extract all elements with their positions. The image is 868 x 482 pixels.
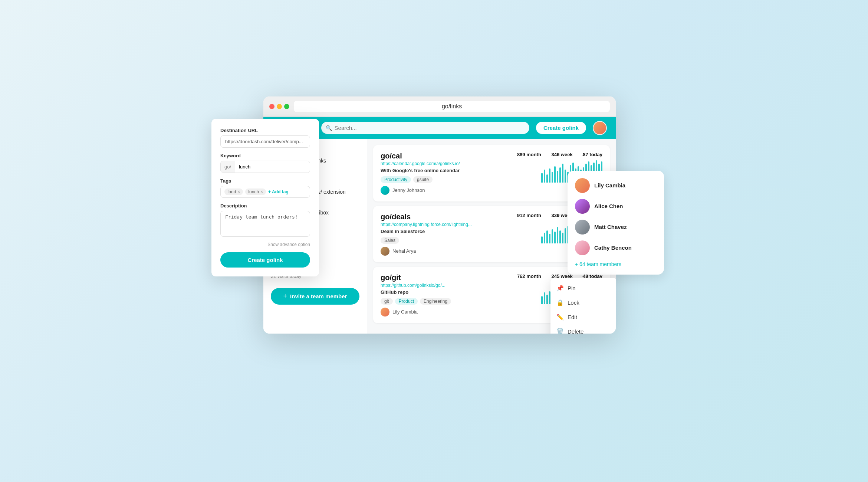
create-golink-panel: Destination URL Keyword go/ Tags food × … [211, 119, 319, 276]
tag-git[interactable]: git [381, 298, 393, 305]
menu-item-pin[interactable]: 📌 Pin [550, 281, 616, 295]
golink-url-cal: https://calendar.google.com/a/golinks.io… [381, 161, 460, 166]
golink-desc-deals: Deals in Salesforce [381, 229, 472, 234]
team-member-cathy: Cathy Bencon [575, 240, 657, 255]
golink-url-git: https://github.com/golinksio/go/... [381, 283, 451, 288]
team-member-alice: Alice Chen [575, 199, 657, 214]
menu-item-delete[interactable]: 🗑️ Delete [550, 324, 616, 334]
tag-sales[interactable]: Sales [381, 237, 399, 244]
user-avatar[interactable] [593, 121, 607, 135]
close-window-button[interactable] [269, 104, 274, 109]
tags-input-area: food × lunch × + Add tag [220, 186, 310, 198]
golink-name-git[interactable]: go/git [381, 273, 451, 282]
edit-icon: ✏️ [556, 314, 564, 321]
member-name-cathy: Cathy Bencon [594, 245, 632, 251]
avatar-nehal [381, 247, 389, 256]
lock-icon: 🔒 [556, 299, 564, 306]
tag-productivity[interactable]: Productivity [381, 176, 411, 183]
team-member-lily: Lily Cambia [575, 178, 657, 193]
golink-desc-git: GitHub repo [381, 289, 451, 295]
menu-label-edit: Edit [568, 314, 577, 320]
create-golink-button[interactable]: Create golink [535, 121, 587, 135]
tags-row-cal: Productivity gsuite [381, 176, 460, 183]
maximize-window-button[interactable] [284, 104, 289, 109]
window-controls [269, 104, 289, 109]
delete-icon: 🗑️ [556, 328, 564, 334]
golink-url-deals: https://company.lightning.force.com/ligh… [381, 222, 472, 227]
tag-chip-lunch: lunch × [245, 188, 266, 195]
desc-label: Description [220, 203, 310, 209]
team-members-panel: Lily Cambia Alice Chen Matt Chavez Cathy… [568, 171, 664, 275]
search-input[interactable] [321, 122, 529, 134]
team-member-matt: Matt Chavez [575, 220, 657, 235]
golink-name-deals[interactable]: go/deals [381, 213, 472, 221]
address-bar[interactable]: go/links [294, 101, 610, 112]
more-options-cal[interactable]: ··· [579, 150, 589, 160]
card-footer-git: Lily Cambia [381, 308, 451, 317]
menu-item-lock[interactable]: 🔒 Lock [550, 295, 616, 310]
golink-name-cal[interactable]: go/cal [381, 152, 460, 160]
menu-label-pin: Pin [568, 285, 576, 291]
keyword-prefix: go/ [221, 161, 235, 173]
remove-tag-food[interactable]: × [237, 189, 240, 194]
author-lily-git: Lily Cambia [392, 309, 418, 315]
invite-button-label: Invite a team member [290, 293, 347, 299]
menu-label-lock: Lock [568, 299, 579, 306]
member-name-lily: Lily Cambia [594, 182, 625, 188]
tag-product[interactable]: Product [395, 298, 418, 305]
browser-chrome: go/links [263, 96, 616, 117]
author-nehal: Nehal Arya [392, 248, 416, 254]
author-jenny: Jenny Johnson [392, 187, 425, 193]
tags-row-deals: Sales [381, 237, 472, 244]
create-golink-submit-button[interactable]: Create golink [220, 252, 310, 268]
search-icon: 🔍 [326, 125, 332, 131]
tags-row-git: git Product Engineering [381, 298, 451, 305]
menu-label-delete: Delete [568, 328, 583, 334]
avatar-matt [575, 220, 590, 235]
avatar-lily [575, 178, 590, 193]
avatar-lily-git [381, 308, 389, 317]
avatar-cathy [575, 240, 590, 255]
add-tag-button[interactable]: + Add tag [268, 189, 289, 194]
tags-label: Tags [220, 178, 310, 184]
tag-gsuite[interactable]: gsuite [413, 176, 433, 183]
invite-plus-icon: + [283, 292, 287, 300]
avatar-alice [575, 199, 590, 214]
description-input[interactable]: Friday team lunch orders! [220, 211, 310, 237]
invite-team-member-button[interactable]: + Invite a team member [271, 288, 359, 305]
advance-option-link[interactable]: Show advance option [220, 242, 310, 247]
more-members-text[interactable]: + 64 team members [575, 261, 657, 267]
minimize-window-button[interactable] [277, 104, 282, 109]
pin-icon: 📌 [556, 285, 564, 292]
card-footer-deals: Nehal Arya [381, 247, 472, 256]
menu-item-edit[interactable]: ✏️ Edit [550, 310, 616, 324]
golink-desc-cal: With Google's free online calendar [381, 168, 460, 173]
avatar-jenny [381, 186, 389, 195]
dest-url-input[interactable] [220, 135, 310, 148]
dest-url-label: Destination URL [220, 128, 310, 133]
card-footer-cal: Jenny Johnson [381, 186, 460, 195]
context-menu: 📌 Pin 🔒 Lock ✏️ Edit 🗑️ [550, 278, 616, 334]
search-wrapper: 🔍 [321, 122, 529, 134]
keyword-input[interactable] [235, 161, 310, 173]
member-name-alice: Alice Chen [594, 203, 623, 209]
member-name-matt: Matt Chavez [594, 224, 627, 230]
tag-chip-food: food × [224, 188, 243, 195]
tag-engineering[interactable]: Engineering [420, 298, 451, 305]
keyword-label: Keyword [220, 153, 310, 158]
remove-tag-lunch[interactable]: × [260, 189, 263, 194]
golink-card-git: go/git https://github.com/golinksio/go/.… [373, 267, 610, 323]
